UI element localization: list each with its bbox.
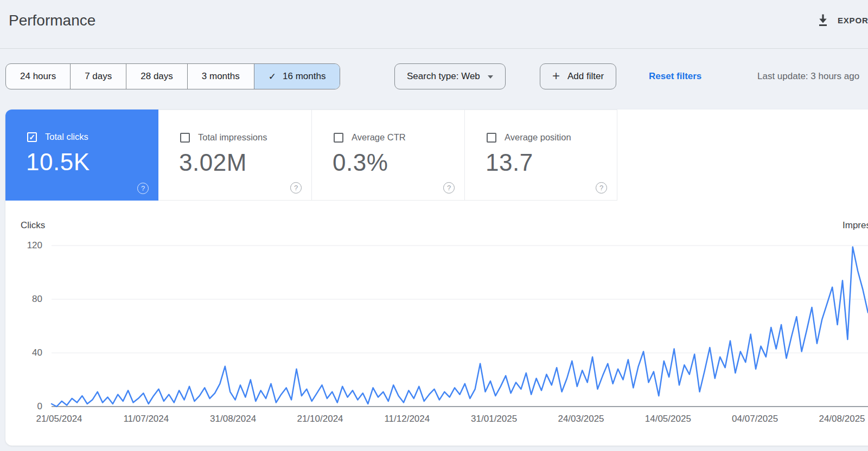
checkbox-average-ctr[interactable] (334, 133, 343, 143)
metric-label: Average position (505, 132, 571, 143)
date-range-7-days[interactable]: 7 days (70, 64, 126, 89)
search-type-label: Search type: Web (407, 71, 480, 82)
y-axis-title-impressions: Impressions (843, 220, 868, 231)
y-axis-tick: 80 (0, 294, 42, 305)
date-range-group: 24 hours 7 days 28 days 3 months ✓ 16 mo… (5, 63, 340, 89)
date-range-16-months-label: 16 months (283, 71, 326, 82)
y-axis-tick: 120 (0, 240, 42, 251)
header-divider (0, 48, 868, 49)
performance-panel: ✓ Total clicks 10.5K ? Total impressions… (5, 109, 868, 446)
x-axis-tick: 31/01/2025 (456, 414, 532, 424)
metric-card-total-impressions[interactable]: Total impressions 3.02M ? (158, 109, 311, 201)
reset-filters-link[interactable]: Reset filters (649, 63, 701, 89)
x-axis-tick: 24/08/2025 (804, 414, 868, 424)
export-button[interactable]: EXPORT (816, 13, 868, 27)
export-label: EXPORT (838, 16, 868, 25)
date-range-24-hours[interactable]: 24 hours (6, 64, 70, 89)
add-filter-button[interactable]: + Add filter (540, 63, 616, 89)
plus-icon: + (552, 69, 560, 82)
metric-card-average-ctr[interactable]: Average CTR 0.3% ? (311, 109, 464, 201)
metric-value: 13.7 (486, 149, 533, 176)
chevron-down-icon (488, 75, 493, 79)
metric-card-total-clicks[interactable]: ✓ Total clicks 10.5K ? (5, 109, 158, 201)
page-title: Performance (9, 12, 95, 29)
help-icon[interactable]: ? (290, 182, 302, 194)
y-axis-tick: 0 (0, 401, 42, 412)
metric-label: Total impressions (198, 132, 267, 143)
metric-card-average-position[interactable]: Average position 13.7 ? (464, 109, 617, 201)
x-axis-tick: 04/07/2025 (717, 414, 793, 424)
checkmark-icon: ✓ (269, 71, 276, 82)
x-axis-tick: 21/05/2024 (21, 414, 97, 424)
date-range-28-days[interactable]: 28 days (126, 64, 187, 89)
x-axis-tick: 14/05/2025 (630, 414, 706, 424)
download-icon (816, 13, 830, 27)
checkbox-total-clicks[interactable]: ✓ (27, 132, 37, 142)
checkbox-average-position[interactable] (487, 133, 496, 143)
metric-value: 10.5K (26, 149, 90, 176)
filter-bar: 24 hours 7 days 28 days 3 months ✓ 16 mo… (0, 63, 868, 89)
x-axis-tick: 24/03/2025 (543, 414, 619, 424)
search-type-dropdown[interactable]: Search type: Web (394, 63, 506, 89)
metric-value: 3.02M (179, 149, 247, 176)
metric-label: Total clicks (45, 132, 88, 142)
metric-value: 0.3% (333, 149, 388, 176)
date-range-16-months[interactable]: ✓ 16 months (254, 64, 340, 89)
x-axis-tick: 21/10/2024 (282, 414, 358, 424)
date-range-3-months[interactable]: 3 months (187, 64, 254, 89)
add-filter-label: Add filter (567, 71, 604, 82)
x-axis-tick: 31/08/2024 (195, 414, 271, 424)
y-axis-title-clicks: Clicks (21, 220, 45, 231)
checkmark-icon: ✓ (29, 133, 35, 141)
x-axis-tick: 11/07/2024 (108, 414, 184, 424)
help-icon[interactable]: ? (443, 182, 455, 194)
checkbox-total-impressions[interactable] (180, 133, 190, 143)
y-axis-tick: 40 (0, 347, 42, 358)
help-icon[interactable]: ? (596, 182, 607, 194)
x-axis-tick: 11/12/2024 (369, 414, 445, 424)
help-icon[interactable]: ? (137, 183, 149, 194)
metric-label: Average CTR (352, 132, 406, 143)
last-update-text: Last update: 3 hours ago (757, 63, 859, 89)
